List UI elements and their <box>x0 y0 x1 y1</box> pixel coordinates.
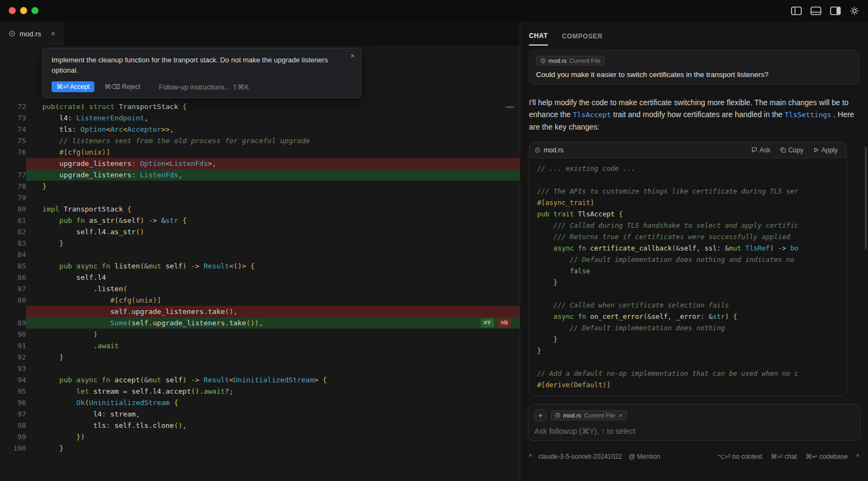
apply-button[interactable]: Apply <box>810 145 841 155</box>
apply-icon <box>813 147 819 153</box>
toggle-bottom-panel-icon[interactable] <box>810 7 821 15</box>
chat-scrollbar-thumb[interactable] <box>865 146 867 249</box>
footer-left: ^ claude-3-5-sonnet-20241022 @ Mention <box>529 453 660 460</box>
titlebar-actions <box>791 0 859 22</box>
code-line: 91 .await <box>0 340 520 351</box>
diff-shortcut-badges: ⌘Y⌘N <box>481 318 512 328</box>
ask-button[interactable]: Ask <box>748 145 774 155</box>
line-number: 85 <box>0 260 26 272</box>
assistant-text-span: trait and modify how certificates are ha… <box>611 110 784 119</box>
context-chip[interactable]: mod.rs Current File <box>536 56 605 66</box>
minimize-window-button[interactable] <box>20 7 27 14</box>
scrollbar-thumb[interactable] <box>506 106 514 108</box>
ask-label: Ask <box>760 146 770 154</box>
code-line: #[async_trait] <box>529 197 846 208</box>
tab-mod-rs[interactable]: mod.rs × <box>0 22 64 46</box>
line-number: 76 <box>0 146 26 158</box>
line-number <box>0 306 26 317</box>
code-line: 88 #[cfg(unix)] <box>0 294 520 306</box>
close-window-button[interactable] <box>9 7 16 14</box>
inline-code: TlsSettings <box>784 111 831 119</box>
settings-gear-icon[interactable] <box>850 6 859 16</box>
chat-input-field[interactable]: Ask followup (⌘Y), ↑ to select <box>534 427 854 435</box>
code-block-actions: Ask Copy Apply <box>748 145 841 155</box>
code-line: 92 } <box>0 351 520 363</box>
copy-icon <box>780 147 786 153</box>
line-number: 80 <box>0 203 26 215</box>
tab-close-icon[interactable]: × <box>51 29 55 38</box>
code-line: 94 pub async fn accept(&mut self) -> Res… <box>0 374 520 386</box>
code-line: 83 } <box>0 238 520 249</box>
code-line <box>529 356 846 368</box>
line-number: 82 <box>0 226 26 238</box>
rust-file-icon <box>540 58 546 63</box>
code-line: 73 l4: ListenerEndpoint, <box>0 112 520 124</box>
code-lines: 72pub(crate) struct TransportStack {73 l… <box>0 46 520 454</box>
ask-icon <box>751 147 757 153</box>
rust-file-icon <box>535 147 540 153</box>
model-selector-chevron-icon[interactable]: ^ <box>529 453 532 460</box>
code-area[interactable]: × Implement the cleanup function for the… <box>0 46 520 481</box>
code-line: 81 pub fn as_str(&self) -> &str { <box>0 215 520 226</box>
code-line: 80impl TransportStack { <box>0 203 520 215</box>
chat-input-box[interactable]: + mod.rs Current File × Ask followup (⌘Y… <box>528 404 860 441</box>
add-context-button[interactable]: + <box>534 409 546 421</box>
edit-instruction-text[interactable]: Implement the cleanup function for the t… <box>52 55 334 75</box>
model-name[interactable]: claude-3-5-sonnet-20241022 <box>539 453 622 460</box>
code-line: 82 self.l4.as_str() <box>0 226 520 238</box>
followup-instructions-button[interactable]: Follow-up instructions... ⇧⌘K <box>159 83 249 91</box>
code-block-filename: mod.rs <box>544 146 564 154</box>
editor-pane: mod.rs × × Implement the cleanup functio… <box>0 22 520 481</box>
line-number: 87 <box>0 283 26 294</box>
code-line: 93 <box>0 363 520 374</box>
code-line: 79 <box>0 192 520 203</box>
code-line: /// Called during TLS handshake to selec… <box>529 220 846 231</box>
tab-composer[interactable]: COMPOSER <box>562 33 603 46</box>
tab-chat[interactable]: CHAT <box>529 32 548 46</box>
popup-close-icon[interactable]: × <box>350 52 355 60</box>
accept-hunk-badge[interactable]: ⌘Y <box>481 318 494 328</box>
code-line: 98 tls: self.tls.clone(), <box>0 420 520 431</box>
code-line: /// Returns true if certificates were su… <box>529 231 846 242</box>
chip-tag: Current File <box>584 412 615 419</box>
line-number: 97 <box>0 408 26 420</box>
chat-shortcut[interactable]: ⌘⏎ chat <box>771 453 797 460</box>
code-block-header: mod.rs Ask Copy <box>529 142 846 158</box>
toggle-left-panel-icon[interactable] <box>791 7 802 15</box>
line-number: 73 <box>0 112 26 124</box>
line-number: 99 <box>0 431 26 442</box>
footer-right: ⌥⏎ no context ⌘⏎ chat ⌘↵ codebase ^ <box>717 453 859 460</box>
codebase-shortcut[interactable]: ⌘↵ codebase <box>806 453 847 460</box>
code-line: // Default implementation does nothing <box>529 322 846 334</box>
context-chip[interactable]: mod.rs Current File × <box>551 411 627 420</box>
remove-context-icon[interactable]: × <box>619 412 622 419</box>
chat-panel-tabs: CHAT COMPOSER <box>529 22 859 46</box>
collapse-chevron-icon[interactable]: ^ <box>856 453 859 460</box>
code-line: false <box>529 265 846 277</box>
no-context-shortcut[interactable]: ⌥⏎ no context <box>717 453 762 460</box>
line-number: 98 <box>0 420 26 431</box>
code-line: 76 #[cfg(unix)] <box>0 146 520 158</box>
context-row: + mod.rs Current File × <box>534 409 854 421</box>
code-line: 86 self.l4 <box>0 272 520 283</box>
code-line: } <box>529 345 846 356</box>
copy-button[interactable]: Copy <box>777 145 807 155</box>
zoom-window-button[interactable] <box>31 7 39 14</box>
code-line: 84 <box>0 249 520 260</box>
code-line: 78} <box>0 181 520 192</box>
code-block-body: // ... existing code .../// The APIs to … <box>529 158 846 396</box>
reject-button[interactable]: ⌘⌫ Reject <box>104 83 140 91</box>
reject-hunk-badge[interactable]: ⌘N <box>497 318 511 328</box>
mention-button[interactable]: @ Mention <box>629 453 660 460</box>
code-line: 99 }) <box>0 431 520 442</box>
code-line: async fn certificate_callback(&self, ssl… <box>529 242 846 254</box>
line-number: 100 <box>0 442 26 454</box>
line-number: 75 <box>0 135 26 146</box>
code-block-file: mod.rs <box>535 146 564 154</box>
accept-button[interactable]: ⌘⏎ Accept <box>52 81 94 92</box>
line-number: 79 <box>0 192 26 203</box>
toggle-right-panel-icon[interactable] <box>830 7 841 15</box>
line-number: 88 <box>0 294 26 306</box>
inline-edit-popup: × Implement the cleanup function for the… <box>42 48 361 98</box>
code-line: 97 l4: stream, <box>0 408 520 420</box>
